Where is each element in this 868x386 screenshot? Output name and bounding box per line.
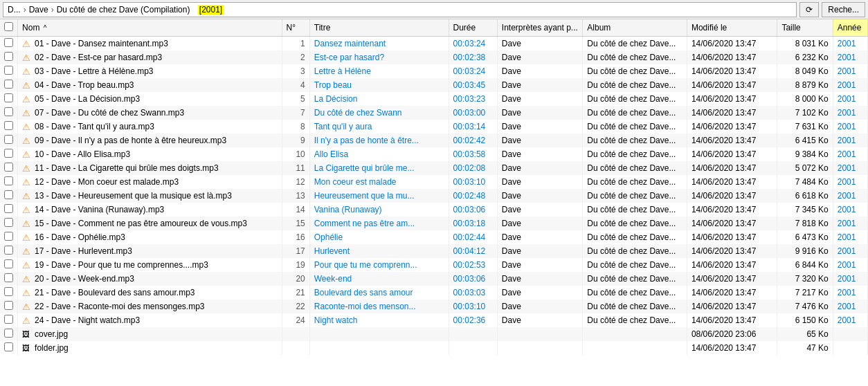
mp3-icon [22, 246, 32, 256]
table-row[interactable]: 01 - Dave - Dansez maintenant.mp31Dansez… [0, 37, 868, 51]
row-checkbox-cell[interactable] [0, 37, 18, 51]
col-header-num[interactable]: N° [282, 19, 309, 37]
row-checkbox[interactable] [4, 246, 13, 255]
row-checkbox[interactable] [4, 204, 13, 213]
row-checkbox[interactable] [4, 301, 13, 310]
row-checkbox-cell[interactable] [0, 64, 18, 78]
col-header-album[interactable]: Album [583, 19, 687, 37]
col-header-duration[interactable]: Durée [449, 19, 497, 37]
col-header-checkbox[interactable] [0, 19, 18, 37]
table-row[interactable]: 15 - Dave - Comment ne pas être amoureux… [0, 217, 868, 230]
col-header-size[interactable]: Taille [777, 19, 833, 37]
row-checkbox-cell[interactable] [0, 327, 18, 341]
row-checkbox[interactable] [4, 52, 13, 61]
col-header-artist[interactable]: Interprètes ayant p... [497, 19, 583, 37]
row-album: Du côté de chez Dave... [583, 175, 687, 189]
row-checkbox-cell[interactable] [0, 120, 18, 134]
table-row[interactable]: 24 - Dave - Night watch.mp324Night watch… [0, 313, 868, 327]
col-header-year[interactable]: Année [833, 19, 867, 37]
row-checkbox[interactable] [4, 93, 13, 102]
table-row[interactable]: 05 - Dave - La Décision.mp35La Décision0… [0, 92, 868, 106]
table-row[interactable]: 10 - Dave - Allo Elisa.mp310Allo Elisa00… [0, 147, 868, 161]
row-checkbox-cell[interactable] [0, 341, 18, 355]
row-checkbox[interactable] [4, 259, 13, 268]
table-row[interactable]: 11 - Dave - La Cigarette qui brûle mes d… [0, 161, 868, 175]
row-checkbox-cell[interactable] [0, 272, 18, 286]
row-album: Du côté de chez Dave... [583, 161, 687, 175]
row-checkbox-cell[interactable] [0, 217, 18, 230]
path-part-d: D... [8, 5, 21, 15]
row-name-cell: 05 - Dave - La Décision.mp3 [18, 92, 282, 106]
row-checkbox[interactable] [4, 329, 13, 338]
row-album: Du côté de chez Dave... [583, 313, 687, 327]
row-checkbox[interactable] [4, 176, 13, 185]
row-checkbox[interactable] [4, 232, 13, 241]
table-row[interactable]: 19 - Dave - Pour que tu me comprennes...… [0, 258, 868, 272]
row-checkbox-cell[interactable] [0, 78, 18, 92]
row-duration: 00:03:24 [449, 37, 497, 51]
table-row[interactable]: cover.jpg08/06/2020 23:0665 Ko [0, 327, 868, 341]
row-checkbox-cell[interactable] [0, 300, 18, 313]
row-artist: Dave [497, 64, 583, 78]
col-header-title[interactable]: Titre [309, 19, 449, 37]
table-row[interactable]: 03 - Dave - Lettre à Hélène.mp33Lettre à… [0, 64, 868, 78]
row-checkbox[interactable] [4, 163, 13, 172]
row-checkbox-cell[interactable] [0, 50, 18, 64]
row-duration [449, 327, 497, 341]
row-checkbox-cell[interactable] [0, 189, 18, 203]
row-duration: 00:03:06 [449, 203, 497, 217]
row-checkbox[interactable] [4, 38, 13, 47]
table-row[interactable]: 22 - Dave - Raconte-moi des mensonges.mp… [0, 300, 868, 313]
row-checkbox[interactable] [4, 80, 13, 89]
row-checkbox-cell[interactable] [0, 147, 18, 161]
row-checkbox[interactable] [4, 218, 13, 227]
row-checkbox[interactable] [4, 342, 13, 351]
row-artist: Dave [497, 78, 583, 92]
col-header-modified[interactable]: Modifié le [687, 19, 777, 37]
row-num: 19 [282, 258, 309, 272]
path-display[interactable]: D... › Dave › Du côté de chez Dave (Comp… [3, 2, 797, 17]
row-modified: 14/06/2020 13:47 [687, 120, 777, 134]
row-checkbox-cell[interactable] [0, 286, 18, 300]
refresh-button[interactable]: ⟳ [799, 2, 819, 17]
row-checkbox[interactable] [4, 107, 13, 116]
table-row[interactable]: 04 - Dave - Trop beau.mp34Trop beau00:03… [0, 78, 868, 92]
table-row[interactable]: 02 - Dave - Est-ce par hasard.mp32Est-ce… [0, 50, 868, 64]
col-header-name[interactable]: Nom ^ [18, 19, 282, 37]
table-row[interactable]: 17 - Dave - Hurlevent.mp317Hurlevent00:0… [0, 244, 868, 258]
row-checkbox[interactable] [4, 149, 13, 158]
row-checkbox[interactable] [4, 273, 13, 282]
row-checkbox[interactable] [4, 190, 13, 199]
table-row[interactable]: 07 - Dave - Du côté de chez Swann.mp37Du… [0, 106, 868, 120]
row-checkbox-cell[interactable] [0, 175, 18, 189]
row-checkbox[interactable] [4, 135, 13, 144]
row-checkbox[interactable] [4, 315, 13, 324]
row-checkbox-cell[interactable] [0, 230, 18, 244]
row-checkbox-cell[interactable] [0, 92, 18, 106]
row-checkbox-cell[interactable] [0, 258, 18, 272]
select-all-checkbox[interactable] [4, 22, 13, 31]
row-checkbox[interactable] [4, 66, 13, 75]
search-button[interactable]: Reche... [822, 2, 865, 17]
table-row[interactable]: 13 - Dave - Heureusement que la musique … [0, 189, 868, 203]
table-row[interactable]: 16 - Dave - Ophélie.mp316Ophélie00:02:44… [0, 230, 868, 244]
row-checkbox-cell[interactable] [0, 161, 18, 175]
row-checkbox[interactable] [4, 121, 13, 130]
table-row[interactable]: 21 - Dave - Boulevard des sans amour.mp3… [0, 286, 868, 300]
row-artist: Dave [497, 230, 583, 244]
table-row[interactable]: 09 - Dave - Il n'y a pas de honte à être… [0, 134, 868, 147]
row-size: 6 150 Ko [777, 313, 833, 327]
row-checkbox-cell[interactable] [0, 203, 18, 217]
row-checkbox[interactable] [4, 287, 13, 296]
row-album: Du côté de chez Dave... [583, 64, 687, 78]
row-artist [497, 341, 583, 355]
table-row[interactable]: 12 - Dave - Mon coeur est malade.mp312Mo… [0, 175, 868, 189]
row-checkbox-cell[interactable] [0, 313, 18, 327]
table-row[interactable]: 20 - Dave - Week-end.mp320Week-end00:03:… [0, 272, 868, 286]
table-row[interactable]: 08 - Dave - Tant qu'il y aura.mp38Tant q… [0, 120, 868, 134]
table-row[interactable]: 14 - Dave - Vanina (Runaway).mp314Vanina… [0, 203, 868, 217]
row-checkbox-cell[interactable] [0, 244, 18, 258]
row-checkbox-cell[interactable] [0, 134, 18, 147]
row-checkbox-cell[interactable] [0, 106, 18, 120]
table-row[interactable]: folder.jpg14/06/2020 13:4747 Ko [0, 341, 868, 355]
